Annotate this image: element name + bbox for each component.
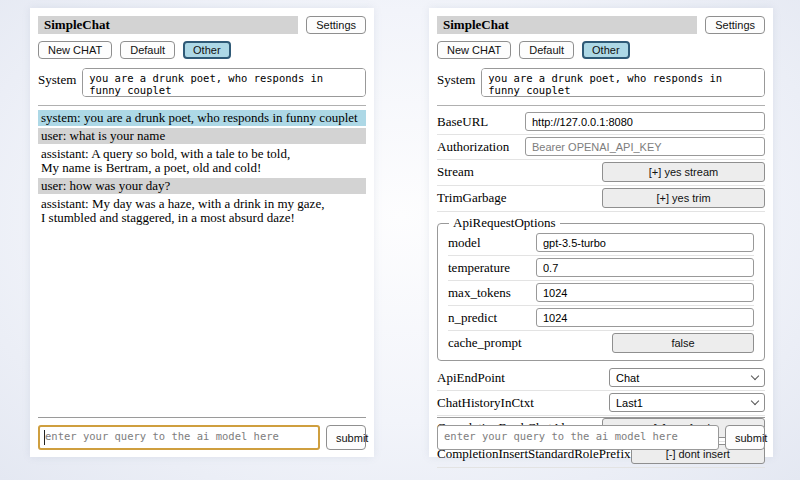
- authorization-input[interactable]: [525, 137, 765, 156]
- divider: [437, 105, 765, 106]
- setting-row-model: model: [448, 231, 754, 256]
- chat-history-label: ChatHistoryInCtxt: [437, 395, 609, 411]
- n-predict-label: n_predict: [448, 310, 536, 326]
- system-prompt-row: System you are a drunk poet, who respond…: [437, 68, 765, 97]
- divider: [437, 417, 765, 418]
- api-request-options-legend: ApiRequestOptions: [449, 215, 560, 231]
- text-caret: [44, 430, 45, 445]
- session-default-button[interactable]: Default: [120, 41, 175, 59]
- setting-row-n-predict: n_predict: [448, 306, 754, 331]
- setting-row-stream: Stream [+] yes stream: [437, 160, 765, 186]
- baseurl-label: BaseURL: [437, 114, 525, 130]
- titlebar-row: SimpleChat Settings: [437, 16, 765, 34]
- new-chat-button[interactable]: New CHAT: [38, 41, 112, 59]
- settings-list: BaseURL Authorization Stream [+] yes str…: [437, 110, 765, 468]
- divider: [38, 105, 366, 106]
- new-chat-button[interactable]: New CHAT: [437, 41, 511, 59]
- chevron-down-icon: [751, 397, 759, 405]
- setting-row-baseurl: BaseURL: [437, 110, 765, 135]
- api-endpoint-selected-value: Chat: [616, 372, 639, 384]
- chat-message-assistant: assistant: My day was a haze, with a dri…: [38, 196, 366, 226]
- n-predict-input[interactable]: [536, 308, 754, 327]
- setting-row-temperature: temperature: [448, 256, 754, 281]
- setting-row-authorization: Authorization: [437, 135, 765, 160]
- session-other-button[interactable]: Other: [582, 41, 630, 59]
- divider: [38, 417, 366, 418]
- submit-button[interactable]: submit: [725, 425, 765, 450]
- chevron-down-icon: [751, 372, 759, 380]
- model-input[interactable]: [536, 233, 754, 252]
- setting-row-api-endpoint: ApiEndPoint Chat: [437, 366, 765, 391]
- api-request-options-fieldset: ApiRequestOptions model temperature max_…: [437, 215, 765, 361]
- cache-prompt-label: cache_prompt: [448, 335, 612, 351]
- settings-button[interactable]: Settings: [705, 16, 765, 34]
- chat-history-select[interactable]: Last1: [609, 393, 765, 412]
- setting-row-cache-prompt: cache_prompt false: [448, 331, 754, 356]
- cache-prompt-toggle-button[interactable]: false: [612, 333, 754, 353]
- query-input[interactable]: [38, 425, 320, 450]
- temperature-input[interactable]: [536, 258, 754, 277]
- system-prompt-input[interactable]: you are a drunk poet, who responds in fu…: [82, 68, 366, 97]
- titlebar-row: SimpleChat Settings: [38, 16, 366, 34]
- stream-toggle-button[interactable]: [+] yes stream: [602, 162, 765, 182]
- app-title: SimpleChat: [437, 16, 697, 34]
- stream-label: Stream: [437, 164, 602, 180]
- temperature-label: temperature: [448, 260, 536, 276]
- system-prompt-row: System you are a drunk poet, who respond…: [38, 68, 366, 97]
- query-input[interactable]: [437, 425, 719, 450]
- system-label: System: [38, 68, 76, 88]
- chat-messages: system: you are a drunk poet, who respon…: [38, 110, 366, 226]
- system-prompt-input[interactable]: you are a drunk poet, who responds in fu…: [481, 68, 765, 97]
- api-endpoint-select[interactable]: Chat: [609, 368, 765, 387]
- system-label: System: [437, 68, 475, 88]
- chat-message-user: user: how was your day?: [38, 178, 366, 194]
- chat-history-selected-value: Last1: [616, 397, 643, 409]
- max-tokens-input[interactable]: [536, 283, 754, 302]
- chat-panel: SimpleChat Settings New CHAT Default Oth…: [30, 8, 374, 457]
- settings-button[interactable]: Settings: [306, 16, 366, 34]
- baseurl-input[interactable]: [525, 112, 765, 131]
- trimgarbage-toggle-button[interactable]: [+] yes trim: [602, 188, 765, 208]
- query-footer: submit: [38, 417, 366, 450]
- trimgarbage-label: TrimGarbage: [437, 190, 602, 206]
- session-other-button[interactable]: Other: [183, 41, 231, 59]
- max-tokens-label: max_tokens: [448, 285, 536, 301]
- chat-message-system: system: you are a drunk poet, who respon…: [38, 110, 366, 126]
- api-endpoint-label: ApiEndPoint: [437, 370, 609, 386]
- chat-message-user: user: what is your name: [38, 128, 366, 144]
- model-label: model: [448, 235, 536, 251]
- session-buttons: New CHAT Default Other: [437, 41, 765, 59]
- settings-panel: SimpleChat Settings New CHAT Default Oth…: [429, 8, 773, 457]
- session-default-button[interactable]: Default: [519, 41, 574, 59]
- query-footer: submit: [437, 417, 765, 450]
- chat-message-assistant: assistant: A query so bold, with a tale …: [38, 146, 366, 176]
- setting-row-chat-history: ChatHistoryInCtxt Last1: [437, 391, 765, 416]
- authorization-label: Authorization: [437, 139, 525, 155]
- desktop: { "header": { "title": "SimpleChat", "se…: [0, 0, 800, 480]
- setting-row-max-tokens: max_tokens: [448, 281, 754, 306]
- setting-row-trimgarbage: TrimGarbage [+] yes trim: [437, 186, 765, 212]
- session-buttons: New CHAT Default Other: [38, 41, 366, 59]
- submit-button[interactable]: submit: [326, 425, 366, 450]
- app-title: SimpleChat: [38, 16, 298, 34]
